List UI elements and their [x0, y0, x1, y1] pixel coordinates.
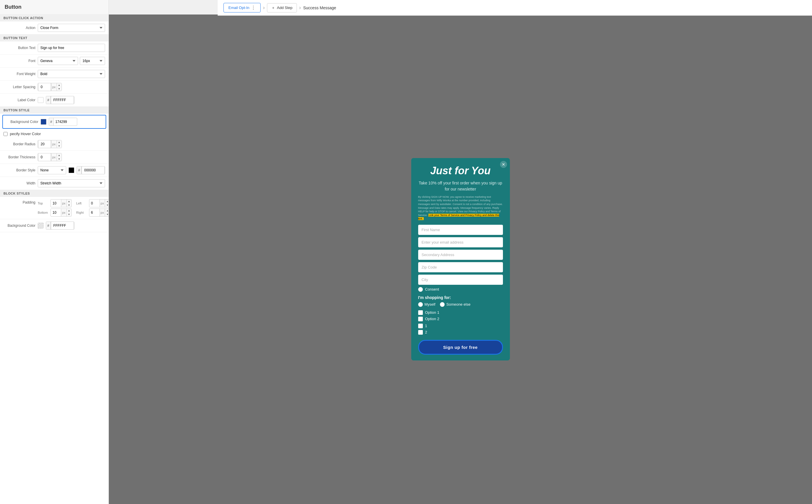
number1-label: 1 [425, 324, 427, 328]
border-radius-input[interactable] [38, 140, 51, 148]
bg-color-swatch[interactable] [41, 119, 46, 125]
success-message-label: Success Message [303, 6, 336, 10]
zip-code-input[interactable] [418, 262, 503, 272]
myself-radio[interactable] [418, 302, 423, 307]
padding-bottom-up[interactable]: ▲ [67, 209, 71, 213]
section-button-text: BUTTON TEXT [0, 35, 108, 41]
first-name-input[interactable] [418, 225, 503, 235]
border-radius-row: Border Radius px ▲ ▼ [0, 138, 108, 151]
letter-spacing-spinner: ▲ ▼ [57, 83, 61, 91]
font-weight-label: Font Weight [3, 72, 35, 76]
padding-right-item: Right px ▲ ▼ [76, 209, 109, 217]
letter-spacing-unit: px [51, 83, 57, 91]
option1-checkbox[interactable] [418, 310, 423, 315]
action-row: Action Close Form Submit Form Open URL [0, 21, 108, 35]
padding-top-down[interactable]: ▼ [67, 203, 71, 207]
width-label: Width [3, 181, 35, 185]
font-weight-select[interactable]: Bold Normal Bolder [38, 70, 105, 78]
width-row: Width Stretch Width Auto Custom [0, 177, 108, 190]
popup-legal-text: By clicking SIGN UP NOW, you agree to re… [418, 195, 503, 221]
padding-right-down[interactable]: ▼ [105, 213, 109, 216]
width-select[interactable]: Stretch Width Auto Custom [38, 179, 105, 187]
letter-spacing-row: Letter Spacing px ▲ ▼ [0, 81, 108, 94]
label-color-hash-input: # [46, 96, 74, 104]
chevron-right-icon: › [263, 5, 265, 11]
padding-bottom-right-row: Bottom px ▲ ▼ Right [38, 209, 109, 217]
border-thickness-up[interactable]: ▲ [57, 153, 61, 157]
border-thickness-input-group: px ▲ ▼ [38, 153, 62, 161]
bg-color-hash-input: # [49, 118, 77, 126]
email-optin-button[interactable]: Email Opt-In ⋮ [224, 3, 261, 12]
border-style-select[interactable]: None Solid Dashed [38, 166, 66, 174]
consent-radio[interactable] [418, 287, 423, 292]
border-style-row: Border Style None Solid Dashed # [0, 164, 108, 177]
popup-subtitle: Take 10% off your first order when you s… [418, 180, 503, 192]
shopping-title: I'm shopping for: [418, 295, 503, 300]
border-color-input[interactable] [81, 166, 105, 174]
label-color-row: Label Color # [0, 94, 108, 107]
option2-checkbox[interactable] [418, 317, 423, 321]
action-select[interactable]: Close Form Submit Form Open URL [38, 24, 105, 32]
action-label: Action [3, 26, 35, 30]
border-color-swatch[interactable] [68, 167, 74, 173]
consent-label: Consent [425, 287, 439, 291]
shopping-someone-else: Someone else [440, 302, 470, 307]
section-button-style: BUTTON STYLE [0, 107, 108, 114]
block-bg-color-swatch[interactable] [38, 223, 43, 229]
email-input[interactable] [418, 237, 503, 247]
label-color-input[interactable] [51, 96, 74, 104]
add-step-button[interactable]: ＋ Add Step [267, 3, 297, 12]
option1-row: Option 1 [418, 310, 503, 315]
border-radius-down[interactable]: ▼ [57, 144, 61, 148]
shopping-section: I'm shopping for: Myself Someone else [418, 295, 503, 307]
block-bg-color-hash-input: # [46, 222, 74, 230]
border-thickness-input[interactable] [38, 153, 51, 161]
bg-color-label: Background Color [6, 120, 38, 124]
font-weight-row: Font Weight Bold Normal Bolder [0, 68, 108, 81]
padding-top-input[interactable] [51, 200, 61, 206]
border-thickness-down[interactable]: ▼ [57, 157, 61, 161]
option2-label: Option 2 [425, 317, 439, 321]
letter-spacing-up[interactable]: ▲ [57, 83, 61, 87]
font-size-select[interactable]: 16px 12px 14px 18px [80, 57, 105, 65]
hover-color-checkbox[interactable] [3, 132, 8, 136]
number2-checkbox[interactable] [418, 330, 423, 335]
legal-text: By clicking SIGN UP NOW, you agree to re… [418, 195, 503, 217]
border-thickness-label: Border Thickness [3, 155, 35, 159]
letter-spacing-down[interactable]: ▼ [57, 87, 61, 91]
padding-left-up[interactable]: ▲ [105, 200, 109, 203]
myself-label: Myself [425, 302, 436, 307]
someone-else-radio[interactable] [440, 302, 445, 307]
padding-top-label: Top [38, 202, 49, 205]
bg-color-input[interactable] [54, 119, 77, 125]
letter-spacing-input[interactable] [38, 83, 51, 91]
padding-right-up[interactable]: ▲ [105, 209, 109, 213]
consent-row: Consent [418, 287, 503, 292]
shopping-radio-row: Myself Someone else [418, 302, 503, 307]
button-text-input[interactable] [38, 44, 105, 52]
block-bg-color-input[interactable] [51, 222, 74, 230]
border-thickness-row: Border Thickness px ▲ ▼ [0, 151, 108, 164]
padding-bottom-input[interactable] [51, 209, 61, 216]
border-color-hash-input: # [77, 166, 105, 174]
padding-left-input[interactable] [89, 200, 99, 206]
main-content: ✕ Just for You Take 10% off your first o… [109, 14, 812, 504]
padding-bottom-down[interactable]: ▼ [67, 213, 71, 216]
border-radius-input-group: px ▲ ▼ [38, 140, 62, 148]
popup-submit-button[interactable]: Sign up for free [418, 340, 503, 355]
email-optin-label: Email Opt-In [229, 6, 249, 10]
padding-left-down[interactable]: ▼ [105, 203, 109, 207]
number1-checkbox[interactable] [418, 324, 423, 328]
font-select[interactable]: Geneva Arial Helvetica [38, 57, 78, 65]
secondary-address-input[interactable] [418, 250, 503, 260]
label-color-swatch[interactable] [38, 97, 43, 103]
padding-group: Padding Top px ▲ ▼ [3, 199, 105, 217]
block-bg-color-row: Background Color # [0, 219, 108, 232]
padding-top-up[interactable]: ▲ [67, 200, 71, 203]
block-bg-color-label: Background Color [3, 224, 35, 228]
popup-close-button[interactable]: ✕ [500, 161, 507, 168]
border-radius-up[interactable]: ▲ [57, 140, 61, 144]
padding-right-input[interactable] [89, 209, 99, 216]
city-input[interactable] [418, 275, 503, 285]
letter-spacing-input-group: px ▲ ▼ [38, 83, 62, 91]
